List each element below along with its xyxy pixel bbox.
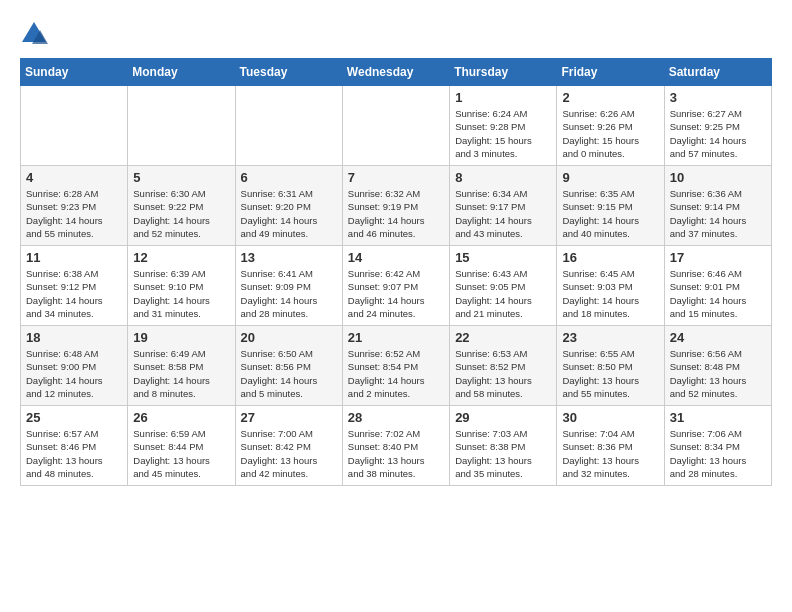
day-number: 21 bbox=[348, 330, 444, 345]
calendar-cell: 4Sunrise: 6:28 AM Sunset: 9:23 PM Daylig… bbox=[21, 166, 128, 246]
day-info: Sunrise: 6:49 AM Sunset: 8:58 PM Dayligh… bbox=[133, 347, 229, 400]
day-number: 22 bbox=[455, 330, 551, 345]
calendar-cell: 13Sunrise: 6:41 AM Sunset: 9:09 PM Dayli… bbox=[235, 246, 342, 326]
calendar-cell: 30Sunrise: 7:04 AM Sunset: 8:36 PM Dayli… bbox=[557, 406, 664, 486]
day-number: 29 bbox=[455, 410, 551, 425]
calendar-header-row: SundayMondayTuesdayWednesdayThursdayFrid… bbox=[21, 59, 772, 86]
day-info: Sunrise: 6:31 AM Sunset: 9:20 PM Dayligh… bbox=[241, 187, 337, 240]
page-header bbox=[20, 20, 772, 48]
day-info: Sunrise: 6:42 AM Sunset: 9:07 PM Dayligh… bbox=[348, 267, 444, 320]
calendar-cell: 22Sunrise: 6:53 AM Sunset: 8:52 PM Dayli… bbox=[450, 326, 557, 406]
calendar-cell: 1Sunrise: 6:24 AM Sunset: 9:28 PM Daylig… bbox=[450, 86, 557, 166]
calendar-table: SundayMondayTuesdayWednesdayThursdayFrid… bbox=[20, 58, 772, 486]
day-of-week-header: Thursday bbox=[450, 59, 557, 86]
day-number: 25 bbox=[26, 410, 122, 425]
day-number: 18 bbox=[26, 330, 122, 345]
day-number: 10 bbox=[670, 170, 766, 185]
day-info: Sunrise: 6:32 AM Sunset: 9:19 PM Dayligh… bbox=[348, 187, 444, 240]
calendar-week-row: 18Sunrise: 6:48 AM Sunset: 9:00 PM Dayli… bbox=[21, 326, 772, 406]
day-info: Sunrise: 7:04 AM Sunset: 8:36 PM Dayligh… bbox=[562, 427, 658, 480]
calendar-cell: 18Sunrise: 6:48 AM Sunset: 9:00 PM Dayli… bbox=[21, 326, 128, 406]
day-number: 17 bbox=[670, 250, 766, 265]
day-number: 14 bbox=[348, 250, 444, 265]
day-number: 28 bbox=[348, 410, 444, 425]
day-info: Sunrise: 6:30 AM Sunset: 9:22 PM Dayligh… bbox=[133, 187, 229, 240]
day-number: 27 bbox=[241, 410, 337, 425]
day-info: Sunrise: 6:27 AM Sunset: 9:25 PM Dayligh… bbox=[670, 107, 766, 160]
calendar-cell: 20Sunrise: 6:50 AM Sunset: 8:56 PM Dayli… bbox=[235, 326, 342, 406]
calendar-cell: 10Sunrise: 6:36 AM Sunset: 9:14 PM Dayli… bbox=[664, 166, 771, 246]
calendar-cell bbox=[128, 86, 235, 166]
day-of-week-header: Saturday bbox=[664, 59, 771, 86]
calendar-cell bbox=[235, 86, 342, 166]
day-info: Sunrise: 6:45 AM Sunset: 9:03 PM Dayligh… bbox=[562, 267, 658, 320]
day-info: Sunrise: 7:00 AM Sunset: 8:42 PM Dayligh… bbox=[241, 427, 337, 480]
day-number: 5 bbox=[133, 170, 229, 185]
day-number: 24 bbox=[670, 330, 766, 345]
day-of-week-header: Friday bbox=[557, 59, 664, 86]
calendar-cell: 9Sunrise: 6:35 AM Sunset: 9:15 PM Daylig… bbox=[557, 166, 664, 246]
calendar-cell: 11Sunrise: 6:38 AM Sunset: 9:12 PM Dayli… bbox=[21, 246, 128, 326]
day-number: 20 bbox=[241, 330, 337, 345]
calendar-week-row: 25Sunrise: 6:57 AM Sunset: 8:46 PM Dayli… bbox=[21, 406, 772, 486]
day-info: Sunrise: 6:24 AM Sunset: 9:28 PM Dayligh… bbox=[455, 107, 551, 160]
logo bbox=[20, 20, 52, 48]
day-info: Sunrise: 6:39 AM Sunset: 9:10 PM Dayligh… bbox=[133, 267, 229, 320]
calendar-cell: 15Sunrise: 6:43 AM Sunset: 9:05 PM Dayli… bbox=[450, 246, 557, 326]
day-number: 3 bbox=[670, 90, 766, 105]
calendar-cell bbox=[21, 86, 128, 166]
calendar-cell: 12Sunrise: 6:39 AM Sunset: 9:10 PM Dayli… bbox=[128, 246, 235, 326]
day-number: 23 bbox=[562, 330, 658, 345]
day-number: 4 bbox=[26, 170, 122, 185]
day-info: Sunrise: 7:06 AM Sunset: 8:34 PM Dayligh… bbox=[670, 427, 766, 480]
day-info: Sunrise: 6:52 AM Sunset: 8:54 PM Dayligh… bbox=[348, 347, 444, 400]
day-number: 1 bbox=[455, 90, 551, 105]
day-number: 30 bbox=[562, 410, 658, 425]
day-info: Sunrise: 6:41 AM Sunset: 9:09 PM Dayligh… bbox=[241, 267, 337, 320]
day-of-week-header: Monday bbox=[128, 59, 235, 86]
day-number: 11 bbox=[26, 250, 122, 265]
calendar-cell: 25Sunrise: 6:57 AM Sunset: 8:46 PM Dayli… bbox=[21, 406, 128, 486]
calendar-cell: 2Sunrise: 6:26 AM Sunset: 9:26 PM Daylig… bbox=[557, 86, 664, 166]
day-of-week-header: Tuesday bbox=[235, 59, 342, 86]
day-info: Sunrise: 6:26 AM Sunset: 9:26 PM Dayligh… bbox=[562, 107, 658, 160]
day-info: Sunrise: 6:48 AM Sunset: 9:00 PM Dayligh… bbox=[26, 347, 122, 400]
day-info: Sunrise: 6:46 AM Sunset: 9:01 PM Dayligh… bbox=[670, 267, 766, 320]
day-number: 12 bbox=[133, 250, 229, 265]
day-number: 31 bbox=[670, 410, 766, 425]
calendar-cell: 6Sunrise: 6:31 AM Sunset: 9:20 PM Daylig… bbox=[235, 166, 342, 246]
calendar-cell: 31Sunrise: 7:06 AM Sunset: 8:34 PM Dayli… bbox=[664, 406, 771, 486]
day-number: 19 bbox=[133, 330, 229, 345]
day-info: Sunrise: 6:50 AM Sunset: 8:56 PM Dayligh… bbox=[241, 347, 337, 400]
calendar-cell: 17Sunrise: 6:46 AM Sunset: 9:01 PM Dayli… bbox=[664, 246, 771, 326]
day-info: Sunrise: 6:55 AM Sunset: 8:50 PM Dayligh… bbox=[562, 347, 658, 400]
day-info: Sunrise: 6:56 AM Sunset: 8:48 PM Dayligh… bbox=[670, 347, 766, 400]
calendar-cell: 26Sunrise: 6:59 AM Sunset: 8:44 PM Dayli… bbox=[128, 406, 235, 486]
day-info: Sunrise: 6:38 AM Sunset: 9:12 PM Dayligh… bbox=[26, 267, 122, 320]
day-number: 26 bbox=[133, 410, 229, 425]
calendar-cell: 28Sunrise: 7:02 AM Sunset: 8:40 PM Dayli… bbox=[342, 406, 449, 486]
calendar-cell: 16Sunrise: 6:45 AM Sunset: 9:03 PM Dayli… bbox=[557, 246, 664, 326]
day-number: 6 bbox=[241, 170, 337, 185]
logo-icon bbox=[20, 20, 48, 48]
day-number: 16 bbox=[562, 250, 658, 265]
day-info: Sunrise: 6:28 AM Sunset: 9:23 PM Dayligh… bbox=[26, 187, 122, 240]
calendar-cell: 23Sunrise: 6:55 AM Sunset: 8:50 PM Dayli… bbox=[557, 326, 664, 406]
day-of-week-header: Wednesday bbox=[342, 59, 449, 86]
day-number: 13 bbox=[241, 250, 337, 265]
day-number: 7 bbox=[348, 170, 444, 185]
day-info: Sunrise: 7:02 AM Sunset: 8:40 PM Dayligh… bbox=[348, 427, 444, 480]
day-info: Sunrise: 6:35 AM Sunset: 9:15 PM Dayligh… bbox=[562, 187, 658, 240]
calendar-cell bbox=[342, 86, 449, 166]
calendar-cell: 5Sunrise: 6:30 AM Sunset: 9:22 PM Daylig… bbox=[128, 166, 235, 246]
day-info: Sunrise: 7:03 AM Sunset: 8:38 PM Dayligh… bbox=[455, 427, 551, 480]
day-info: Sunrise: 6:34 AM Sunset: 9:17 PM Dayligh… bbox=[455, 187, 551, 240]
calendar-cell: 21Sunrise: 6:52 AM Sunset: 8:54 PM Dayli… bbox=[342, 326, 449, 406]
day-number: 2 bbox=[562, 90, 658, 105]
day-of-week-header: Sunday bbox=[21, 59, 128, 86]
calendar-cell: 3Sunrise: 6:27 AM Sunset: 9:25 PM Daylig… bbox=[664, 86, 771, 166]
day-number: 8 bbox=[455, 170, 551, 185]
calendar-week-row: 1Sunrise: 6:24 AM Sunset: 9:28 PM Daylig… bbox=[21, 86, 772, 166]
calendar-week-row: 4Sunrise: 6:28 AM Sunset: 9:23 PM Daylig… bbox=[21, 166, 772, 246]
calendar-week-row: 11Sunrise: 6:38 AM Sunset: 9:12 PM Dayli… bbox=[21, 246, 772, 326]
